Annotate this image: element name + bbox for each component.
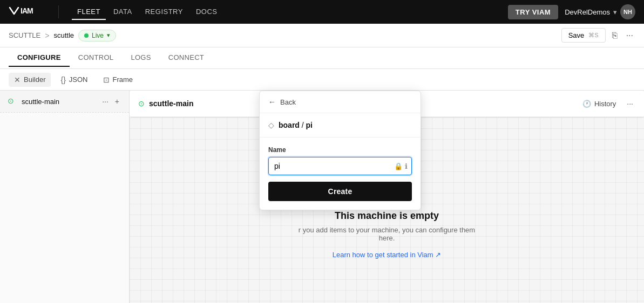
user-name: DevRelDemos [565,8,610,16]
tab-bar: CONFIGURE CONTROL LOGS CONNECT [0,47,644,69]
add-component-popup: ← Back ◇ board / pi Name 🔒 ℹ [259,91,421,210]
json-icon: {} [60,75,65,84]
breadcrumb-separator: > [45,31,49,40]
external-link-icon: ↗ [435,251,441,259]
builder-icon: ✕ [14,75,21,84]
history-button[interactable]: 🕐 History [578,98,620,110]
nav-divider [58,5,59,18]
back-label[interactable]: Back [280,98,296,106]
create-button[interactable]: Create [268,182,412,201]
nav-right: TRY VIAM DevRelDemos ▾ NH [508,4,635,19]
name-input-container: 🔒 ℹ [268,157,412,175]
empty-state-description: r you add items to your machine, you can… [295,226,479,242]
top-navigation: IAM FLEET DATA REGISTRY DOCS TRY VIAM De… [0,0,644,24]
sidebar-item-actions: ··· + [100,96,121,107]
nav-links: FLEET DATA REGISTRY DOCS [72,4,223,20]
name-field-label: Name [268,146,412,154]
main-content: ⊙ scuttle-main 🕐 History ··· ✦ [130,91,644,303]
sidebar-add-button[interactable]: + [113,96,121,107]
try-viam-button[interactable]: TRY VIAM [508,5,558,19]
sidebar-empty-area [0,112,129,303]
viam-logo: IAM [9,5,41,19]
sidebar-item-scuttle-main[interactable]: ⊙ scuttle-main ··· + [0,91,129,112]
user-menu[interactable]: DevRelDemos ▾ NH [565,4,635,19]
subtool-builder[interactable]: ✕ Builder [9,73,51,87]
frame-label: Frame [113,75,133,84]
history-icon: 🕐 [582,100,591,108]
tab-logs[interactable]: LOGS [122,49,159,67]
sub-toolbar: ✕ Builder {} JSON ⊡ Frame [0,69,644,91]
avatar: NH [620,4,635,19]
breadcrumb-actions: Save ⌘S ⎘ ··· [561,28,635,43]
nav-data[interactable]: DATA [108,4,138,20]
breadcrumb-parent[interactable]: SCUTTLE [9,31,40,39]
history-label: History [594,100,616,108]
popup-header: ← Back [260,91,421,113]
lock-icon: 🔒 [394,162,403,170]
diamond-icon: ◇ [268,121,274,129]
save-shortcut: ⌘S [588,32,598,39]
back-arrow-icon: ← [268,98,276,106]
json-label: JSON [69,75,88,84]
input-icons: 🔒 ℹ [394,162,408,170]
nav-registry[interactable]: REGISTRY [140,4,188,20]
sidebar-item-label: scuttle-main [22,98,59,106]
type-label: board / pi [279,121,313,129]
tab-connect[interactable]: CONNECT [160,49,213,67]
subtool-json[interactable]: {} JSON [55,73,93,87]
breadcrumb-bar: SCUTTLE > scuttle Live ▾ Save ⌘S ⎘ ··· [0,24,644,47]
save-button[interactable]: Save ⌘S [561,28,606,43]
tab-control[interactable]: CONTROL [70,49,123,67]
subtool-frame[interactable]: ⊡ Frame [98,73,139,87]
popup-body: Name 🔒 ℹ Create [260,137,421,210]
popup-type-row: ◇ board / pi [260,113,421,137]
builder-label: Builder [24,75,45,84]
breadcrumb-current: scuttle [53,31,74,39]
get-started-link[interactable]: Learn how to get started in Viam ↗ [333,251,442,259]
name-input[interactable] [268,157,412,175]
empty-state-title: This machine is empty [335,210,439,222]
nav-docs[interactable]: DOCS [191,4,223,20]
live-status-badge[interactable]: Live ▾ [78,30,116,42]
machine-name-icon: ⊙ [138,99,145,108]
machine-more-button[interactable]: ··· [625,97,635,110]
live-label: Live [92,32,104,39]
live-chevron-icon: ▾ [107,32,110,39]
machine-name: scuttle-main [149,99,193,108]
machine-icon: ⊙ [8,97,17,106]
chevron-down-icon: ▾ [613,8,617,16]
sidebar-more-button[interactable]: ··· [100,96,111,107]
live-indicator [84,33,89,38]
sidebar: ⊙ scuttle-main ··· + [0,91,130,303]
frame-icon: ⊡ [103,75,110,84]
nav-fleet[interactable]: FLEET [72,4,106,20]
main-layout: ⊙ scuttle-main ··· + ⊙ scuttle-main 🕐 Hi… [0,91,644,303]
machine-header-actions: 🕐 History ··· [578,97,635,110]
tab-configure[interactable]: CONFIGURE [9,49,70,67]
copy-button[interactable]: ⎘ [610,29,620,43]
svg-text:IAM: IAM [21,6,33,15]
info-icon[interactable]: ℹ [405,162,408,170]
more-options-button[interactable]: ··· [624,29,635,43]
